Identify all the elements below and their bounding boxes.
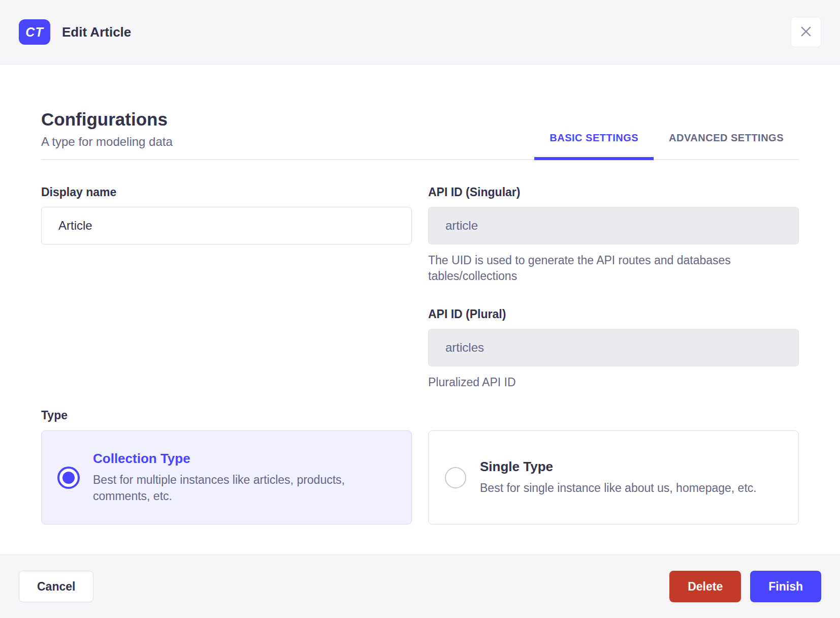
- modal-title: Edit Article: [62, 24, 131, 40]
- api-id-singular-helper: The UID is used to generate the API rout…: [428, 253, 753, 284]
- config-heading-block: Configurations A type for modeling data: [41, 109, 173, 159]
- api-id-singular-field-group: API ID (Singular) The UID is used to gen…: [428, 186, 799, 284]
- close-button[interactable]: [791, 17, 821, 47]
- type-label: Type: [41, 409, 799, 422]
- single-type-title: Single Type: [480, 459, 757, 475]
- config-title: Configurations: [41, 109, 173, 130]
- tab-basic-settings[interactable]: BASIC SETTINGS: [534, 132, 654, 159]
- configuration-form: Display name API ID (Singular) The UID i…: [41, 186, 799, 390]
- api-id-singular-label: API ID (Singular): [428, 186, 799, 199]
- config-header: Configurations A type for modeling data …: [41, 109, 799, 160]
- single-type-text: Single Type Best for single instance lik…: [480, 459, 757, 496]
- api-id-plural-field-group: API ID (Plural) Pluralized API ID: [428, 307, 799, 390]
- tab-advanced-settings[interactable]: ADVANCED SETTINGS: [654, 132, 799, 159]
- display-name-field-group: Display name: [41, 186, 412, 244]
- modal-header: CT Edit Article: [0, 0, 840, 65]
- collection-type-text: Collection Type Best for multiple instan…: [93, 451, 376, 504]
- radio-collection-type[interactable]: [57, 467, 80, 489]
- finish-button[interactable]: Finish: [750, 571, 821, 602]
- api-id-plural-label: API ID (Plural): [428, 307, 799, 321]
- radio-single-type[interactable]: [445, 467, 466, 488]
- form-column-left: Display name: [41, 186, 412, 390]
- edit-content-type-modal: CT Edit Article Configurations A type fo…: [0, 0, 840, 618]
- type-section: Type Collection Type Best for multiple i…: [41, 409, 799, 524]
- display-name-label: Display name: [41, 186, 412, 199]
- settings-tabs: BASIC SETTINGS ADVANCED SETTINGS: [534, 132, 799, 159]
- type-options: Collection Type Best for multiple instan…: [41, 430, 799, 524]
- single-type-description: Best for single instance like about us, …: [480, 480, 757, 496]
- api-id-singular-input: [428, 207, 799, 244]
- config-subtitle: A type for modeling data: [41, 135, 173, 149]
- modal-footer: Cancel Delete Finish: [0, 554, 840, 618]
- single-type-card[interactable]: Single Type Best for single instance lik…: [428, 430, 799, 524]
- collection-type-card[interactable]: Collection Type Best for multiple instan…: [41, 430, 412, 524]
- form-column-right: API ID (Singular) The UID is used to gen…: [428, 186, 799, 390]
- content-type-badge: CT: [19, 19, 50, 45]
- close-icon: [799, 24, 813, 40]
- cancel-button[interactable]: Cancel: [19, 571, 93, 602]
- content-type-badge-label: CT: [25, 25, 43, 40]
- collection-type-description: Best for multiple instances like article…: [93, 472, 376, 504]
- api-id-plural-input: [428, 329, 799, 366]
- display-name-input[interactable]: [41, 207, 412, 244]
- modal-body: Configurations A type for modeling data …: [0, 65, 840, 554]
- collection-type-title: Collection Type: [93, 451, 376, 467]
- api-id-plural-helper: Pluralized API ID: [428, 375, 753, 390]
- delete-button[interactable]: Delete: [669, 571, 741, 602]
